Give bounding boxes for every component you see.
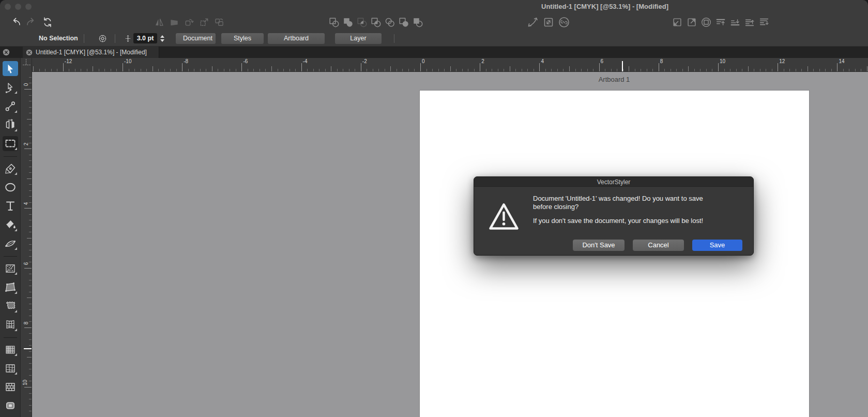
minimize-window-button[interactable] [15, 4, 21, 10]
ruler-tick [801, 69, 802, 72]
gradient-mesh-tool[interactable] [3, 342, 18, 357]
ruler-tick [617, 69, 617, 72]
rotate-object-icon[interactable] [184, 17, 194, 27]
bricks-tool[interactable] [3, 379, 18, 394]
ruler-tick [837, 63, 837, 71]
export-icon[interactable] [686, 17, 697, 28]
resize-icon[interactable] [542, 16, 555, 28]
link-icon[interactable] [558, 16, 570, 28]
quad-warp-tool[interactable] [3, 279, 18, 294]
document-options-button[interactable]: Document [176, 33, 216, 44]
ruler-tick [164, 69, 165, 72]
dont-save-button[interactable]: Don't Save [573, 240, 625, 251]
shear-icon[interactable] [169, 17, 179, 27]
ruler-tick [29, 256, 32, 257]
ruler-tick [24, 89, 32, 90]
intersect-icon[interactable] [356, 17, 368, 28]
ruler-tick [29, 196, 32, 197]
ruler-label: 10 [22, 380, 28, 385]
ruler-tick [271, 66, 272, 71]
artboard-options-button[interactable]: Artboard Options [268, 33, 325, 44]
layer-options-button[interactable]: Layer Options [335, 33, 382, 44]
scribble-tool[interactable] [3, 299, 18, 314]
document-tab[interactable]: Untitled-1 [CMYK] [@53.1%] - [Modified] [23, 47, 159, 58]
tool-panel [0, 58, 21, 417]
marquee-tool[interactable] [3, 136, 18, 151]
paste-in-place-icon[interactable] [199, 17, 209, 27]
divide-icon[interactable] [370, 17, 382, 28]
zoom-window-button[interactable] [25, 4, 32, 10]
lattice-warp-tool[interactable] [3, 361, 18, 376]
stepper-up-icon[interactable] [160, 35, 164, 38]
redo-icon[interactable] [25, 16, 38, 28]
styles-button[interactable]: Styles [221, 33, 264, 44]
fill-tool[interactable] [3, 217, 18, 232]
sync-icon[interactable] [41, 16, 54, 28]
selection-tool[interactable] [3, 61, 18, 76]
ruler-tick [659, 63, 659, 71]
ruler-tick [39, 69, 40, 72]
ruler-tick [599, 63, 600, 71]
exclude-icon[interactable] [384, 17, 395, 28]
pen-tool[interactable] [3, 161, 18, 176]
ruler-tick [301, 63, 302, 71]
rounded-rect-tool[interactable] [3, 398, 18, 413]
vertical-ruler[interactable]: 0246810 [21, 58, 32, 417]
unite-icon[interactable] [328, 17, 340, 28]
raster-brush-tool[interactable] [3, 261, 18, 276]
ruler-tick [611, 69, 612, 72]
dialog-titlebar[interactable]: VectorStyler [474, 177, 753, 187]
ruler-tick [504, 69, 504, 72]
duplicate-icon[interactable] [214, 17, 224, 27]
separator [394, 34, 394, 43]
subtract-front-icon[interactable] [398, 17, 409, 28]
stepper-down-icon[interactable] [160, 39, 164, 42]
ruler-label: 4 [541, 58, 544, 64]
ruler-label: 8 [660, 58, 663, 64]
bring-forward-icon[interactable] [744, 17, 755, 28]
close-all-tabs-icon[interactable] [3, 49, 10, 58]
ruler-tick [855, 69, 856, 72]
stroke-anchor-icon[interactable] [124, 34, 132, 45]
cancel-button[interactable]: Cancel [633, 240, 684, 251]
transform-tool[interactable] [3, 117, 18, 132]
ruler-tick [278, 69, 278, 72]
stroke-width-input[interactable]: 3.0 pt [133, 33, 157, 43]
curvature-icon[interactable] [527, 16, 539, 28]
save-button[interactable]: Save [692, 240, 742, 251]
close-tab-icon[interactable] [26, 49, 33, 56]
align-top-icon[interactable] [715, 17, 726, 28]
frame-circle-icon[interactable] [701, 17, 712, 28]
shape-sculpt-tool[interactable] [3, 236, 18, 251]
ruler-tick [29, 280, 32, 280]
ruler-tick [307, 69, 308, 72]
ruler-tick [29, 286, 32, 286]
merge-icon[interactable] [342, 17, 354, 28]
ruler-tick [849, 69, 849, 72]
align-bottom-icon[interactable] [729, 17, 741, 28]
flip-horizontal-icon[interactable] [154, 17, 164, 27]
save-changes-dialog: VectorStyler Document 'Untitled-1' was c… [474, 176, 754, 256]
ruler-tick [29, 101, 32, 101]
node-selection-tool[interactable] [3, 80, 18, 95]
ruler-label: -6 [243, 58, 248, 64]
close-window-button[interactable] [5, 4, 11, 10]
ruler-tick [385, 69, 385, 72]
ellipse-tool[interactable] [3, 180, 18, 195]
style-gear-icon[interactable] [97, 33, 109, 47]
subtract-back-icon[interactable] [412, 17, 423, 28]
titlebar[interactable]: Untitled-1 [CMYK] [@53.1%] - [Modified] [0, 0, 868, 14]
connector-tool[interactable] [3, 98, 18, 113]
mesh-warp-tool[interactable] [3, 317, 18, 332]
stroke-width-stepper[interactable] [159, 33, 165, 43]
text-tool[interactable] [3, 199, 18, 214]
ruler-tick [754, 69, 754, 72]
send-backward-icon[interactable] [758, 17, 770, 28]
import-icon[interactable] [672, 17, 683, 28]
ruler-tick [688, 66, 689, 71]
tool-flyout-indicator [14, 147, 17, 150]
horizontal-ruler[interactable]: -12-10-8-6-4-202468101214 [32, 58, 868, 72]
ruler-tick [587, 69, 588, 72]
undo-icon[interactable] [9, 16, 22, 28]
ruler-tick [522, 69, 522, 72]
